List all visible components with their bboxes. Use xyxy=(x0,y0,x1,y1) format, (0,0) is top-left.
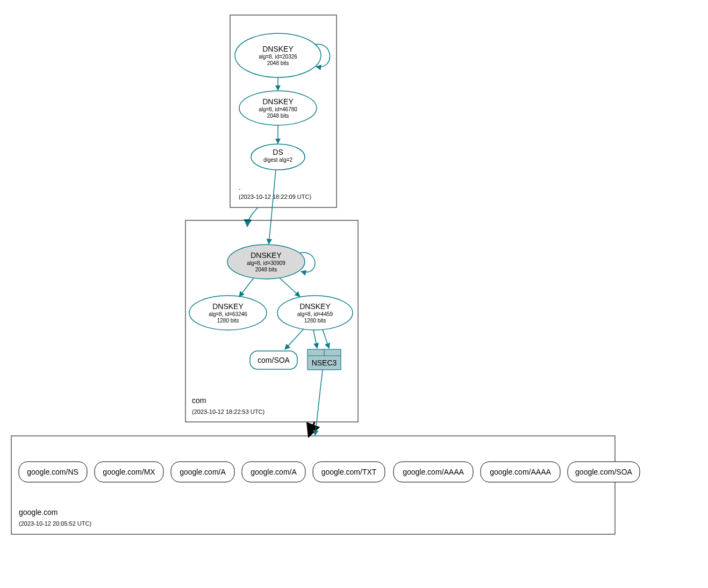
zone-timestamp: (2023-10-12 18:22:09 UTC) xyxy=(239,193,311,200)
node-google-soa: google.com/SOA xyxy=(568,462,640,482)
node-com-zsk2: DNSKEY alg=8, id=4459 1280 bits xyxy=(277,296,353,330)
zone-google: google.com/NS google.com/MX google.com/A… xyxy=(11,436,640,534)
edge-zone-com-to-google-black xyxy=(309,422,314,435)
node-detail: 2048 bits xyxy=(267,113,289,119)
node-nsec3: NSEC3 xyxy=(307,349,341,370)
node-title: DS xyxy=(273,148,283,156)
edge xyxy=(313,330,317,348)
zone-timestamp: (2023-10-12 20:05:52 UTC) xyxy=(19,520,91,527)
node-detail: alg=8, id=30909 xyxy=(247,260,285,266)
edge-nsec3-to-google xyxy=(315,370,323,435)
node-title: DNSKEY xyxy=(299,302,331,311)
node-detail: 2048 bits xyxy=(255,267,277,273)
node-com-soa: com/SOA xyxy=(250,351,297,369)
edge xyxy=(323,329,329,348)
edge-ds-to-com-ksk xyxy=(269,170,276,244)
node-detail: alg=8, id=4459 xyxy=(297,311,333,317)
node-detail: 1280 bits xyxy=(217,318,239,324)
node-title: DNSKEY xyxy=(212,302,244,311)
node-google-ns: google.com/NS xyxy=(19,462,87,482)
zone-label: . xyxy=(239,183,241,191)
node-detail: alg=8, id=46780 xyxy=(259,106,297,112)
node-title: google.com/A xyxy=(180,468,226,476)
edge-zone-root-to-com xyxy=(247,207,258,226)
node-google-a-1: google.com/A xyxy=(171,462,234,482)
svg-rect-13 xyxy=(11,436,615,534)
node-title: google.com/AAAA xyxy=(403,468,464,476)
node-root-ksk: DNSKEY alg=8, id=20326 2048 bits xyxy=(235,33,321,77)
zone-timestamp: (2023-10-12 18:22:53 UTC) xyxy=(192,408,264,415)
node-title: google.com/AAAA xyxy=(490,468,551,476)
node-title: DNSKEY xyxy=(262,97,294,106)
dnssec-chain-diagram: DNSKEY alg=8, id=20326 2048 bits DNSKEY … xyxy=(5,5,708,588)
node-detail: alg=8, id=63246 xyxy=(209,311,247,317)
edge xyxy=(280,278,300,297)
node-google-mx: google.com/MX xyxy=(95,462,163,482)
node-title: google.com/A xyxy=(251,468,297,476)
node-title: google.com/SOA xyxy=(575,468,632,476)
zone-label: google.com xyxy=(19,508,58,517)
node-title: DNSKEY xyxy=(262,45,294,53)
node-title: NSEC3 xyxy=(312,358,337,367)
node-google-txt: google.com/TXT xyxy=(313,462,385,482)
edge xyxy=(285,329,304,349)
node-google-aaaa-1: google.com/AAAA xyxy=(394,462,473,482)
node-detail: digest alg=2 xyxy=(263,157,293,163)
node-google-a-2: google.com/A xyxy=(242,462,305,482)
node-detail: 2048 bits xyxy=(267,60,289,66)
zone-com: DNSKEY alg=8, id=30909 2048 bits DNSKEY … xyxy=(185,220,358,422)
zone-label: com xyxy=(192,396,206,405)
node-google-aaaa-2: google.com/AAAA xyxy=(481,462,560,482)
node-title: google.com/NS xyxy=(27,468,78,476)
node-detail: alg=8, id=20326 xyxy=(259,54,297,60)
node-detail: 1280 bits xyxy=(304,318,326,324)
zone-root: DNSKEY alg=8, id=20326 2048 bits DNSKEY … xyxy=(230,15,337,207)
node-com-zsk1: DNSKEY alg=8, id=63246 1280 bits xyxy=(189,296,267,330)
node-title: com/SOA xyxy=(258,356,290,364)
node-title: google.com/TXT xyxy=(321,468,377,476)
node-title: google.com/MX xyxy=(103,468,155,476)
node-title: DNSKEY xyxy=(251,251,282,260)
node-root-zsk: DNSKEY alg=8, id=46780 2048 bits xyxy=(239,91,317,125)
node-root-ds: DS digest alg=2 xyxy=(251,144,305,170)
edge xyxy=(239,278,254,297)
node-com-ksk: DNSKEY alg=8, id=30909 2048 bits xyxy=(227,245,305,279)
